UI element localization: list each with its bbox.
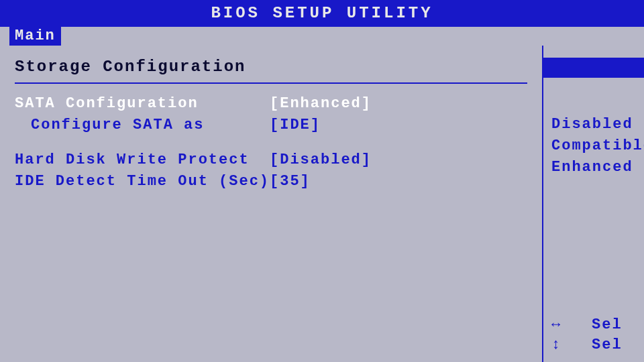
help-options: Disabled Compatible Enhanced xyxy=(551,114,644,178)
arrow-up-down-icon: ↕ xyxy=(551,335,572,355)
blank-row xyxy=(15,136,527,149)
option-configure-sata-as[interactable]: Configure SATA as [IDE] xyxy=(15,115,527,136)
legend-text: Sel xyxy=(592,335,623,355)
tab-main[interactable]: Main xyxy=(9,27,61,46)
menu-tab-row: Main xyxy=(0,27,644,46)
arrow-left-right-icon: ↔ xyxy=(551,315,572,335)
help-option: Compatible xyxy=(551,135,644,157)
option-value: [Enhanced] xyxy=(270,93,527,115)
divider xyxy=(15,82,527,84)
key-legend: ↔ Sel ↕ Sel xyxy=(551,315,644,355)
option-label: Configure SATA as xyxy=(15,115,270,136)
option-value: [IDE] xyxy=(270,115,527,136)
option-value: [35] xyxy=(270,171,527,192)
section-title: Storage Configuration xyxy=(15,58,527,76)
main-pane: Storage Configuration SATA Configuration… xyxy=(0,46,543,362)
option-value: [Disabled] xyxy=(270,149,527,171)
help-pane: Disabled Compatible Enhanced ↔ Sel ↕ Sel xyxy=(543,46,644,362)
help-option: Disabled xyxy=(551,114,644,135)
option-ide-detect-timeout[interactable]: IDE Detect Time Out (Sec) [35] xyxy=(15,171,527,192)
option-label: Hard Disk Write Protect xyxy=(15,149,270,171)
bios-screen: BIOS SETUP UTILITY Main Storage Configur… xyxy=(0,0,644,362)
option-sata-configuration[interactable]: SATA Configuration [Enhanced] xyxy=(15,93,527,115)
legend-text: Sel xyxy=(592,315,623,335)
option-label: IDE Detect Time Out (Sec) xyxy=(15,171,270,192)
body: Storage Configuration SATA Configuration… xyxy=(0,46,644,362)
option-label: SATA Configuration xyxy=(15,93,270,115)
tab-label: Main xyxy=(15,27,56,44)
app-title: BIOS SETUP UTILITY xyxy=(211,4,433,22)
title-bar: BIOS SETUP UTILITY xyxy=(0,0,644,27)
legend-row: ↕ Sel xyxy=(551,335,644,355)
help-option: Enhanced xyxy=(551,157,644,178)
help-title-bar xyxy=(543,58,644,78)
legend-row: ↔ Sel xyxy=(551,315,644,335)
option-hd-write-protect[interactable]: Hard Disk Write Protect [Disabled] xyxy=(15,149,527,171)
